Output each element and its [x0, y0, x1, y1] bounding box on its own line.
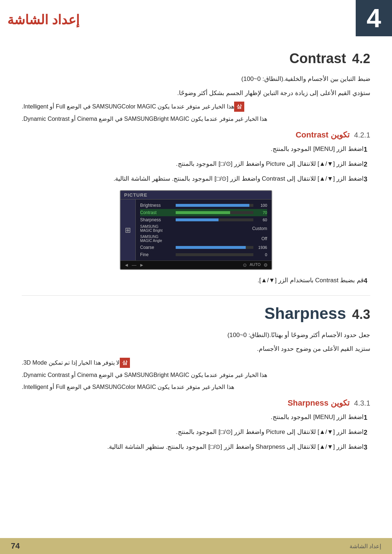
nav-icon-menu: ⚙	[264, 262, 268, 268]
contrast-step4-text: قم بضبط Contrast باستخدام الزر [▼/▲].	[22, 275, 364, 286]
sharpness-sub-heading: 4.3.1 تكوين Sharpness	[22, 398, 370, 408]
menu-row-brightness: Brightness 100	[140, 202, 267, 209]
contrast-bullet-list: 삼 هذا الخيار غير متوفر عندما يكون SAMSUN…	[22, 102, 370, 124]
sharpness-bullet-list: 삼 لا يتوفر هذا الخيار إذا تم تمكين 3D Mo…	[22, 358, 370, 392]
menu-row-coarse: Coarse 1936	[140, 244, 267, 251]
contrast-section-title: Contrast	[289, 51, 346, 66]
sharpness-section-title: Sharpness	[265, 304, 346, 322]
chapter-number-box: 4	[356, 0, 392, 36]
samsung-icon-2: 삼	[120, 358, 130, 368]
sharpness-bullet-item-1: 삼 لا يتوفر هذا الخيار إذا تم تمكين 3D Mo…	[22, 358, 370, 368]
chapter-title-ar: إعداد الشاشة	[7, 12, 79, 28]
monitor-action-icons: ⊙ AUTO ⚙	[243, 262, 268, 268]
sharpness-bullet-item-2: هذا الخيار غير متوفر عندما يكون SAMSUNGB…	[22, 370, 370, 380]
menu-row-magic-bright: SAMSUNGMAGIC Bright Custom	[140, 223, 267, 234]
contrast-bullet-text-2: هذا الخيار غير متوفر عندما يكون SAMSUNGB…	[22, 114, 267, 124]
sharpness-step-1: 1 اضغط الزر [MENU] الموجود بالمنتج.	[22, 412, 370, 423]
nav-icon-left: ◄	[124, 262, 129, 268]
main-content: 4.2 Contrast ضبط التباين بين الأجسام وال…	[0, 40, 392, 471]
menu-row-fine: Fine 0	[140, 251, 267, 258]
sharpness-sub-title: تكوين Sharpness	[287, 398, 350, 407]
nav-icon-minus: —	[132, 262, 136, 268]
page-footer: إعداد الشاشة 74	[0, 538, 392, 554]
nav-icon-right: ►	[139, 262, 144, 268]
monitor-bottom-bar: ◄ — ► ⊙ AUTO ⚙	[121, 260, 271, 269]
sharpness-sub-num: 4.3.1	[354, 399, 370, 407]
nav-icon-confirm: ⊙	[243, 262, 247, 268]
contrast-section-heading: 4.2 Contrast	[22, 51, 370, 66]
sharpness-step1-text: اضغط الزر [MENU] الموجود بالمنتج.	[22, 412, 364, 423]
contrast-bullet-text-1: هذا الخيار غير متوفر عندما يكون SAMSUNGC…	[22, 102, 234, 111]
contrast-step2-text: اضغط الزر [▼/▲] للانتقال إلى Picture واض…	[22, 159, 364, 169]
contrast-step-1: 1 اضغط الزر [MENU] الموجود بالمنتج.	[22, 144, 370, 155]
menu-row-sharpness: Sharpness 60	[140, 216, 267, 223]
samsung-icon-1: 삼	[234, 102, 244, 112]
nav-icon-auto: AUTO	[250, 262, 261, 268]
contrast-note1: ستؤدي القيم الأعلى إلى زيادة درجة التباي…	[22, 88, 370, 99]
contrast-sub-heading: 4.2.1 تكوين Contrast	[22, 130, 370, 140]
sharpness-section-num: 4.3	[352, 307, 370, 322]
monitor-screenshot: PICTURE ⊞ Brightness 100 Contrast	[120, 190, 272, 270]
contrast-section-num: 4.2	[352, 51, 370, 66]
sharpness-step2-text: اضغط الزر [▼/▲] للانتقال إلى Picture واض…	[22, 427, 364, 438]
chapter-num: 4	[367, 3, 381, 33]
contrast-sub-title: تكوين Contrast	[295, 130, 350, 139]
sharpness-bullet-text-1: لا يتوفر هذا الخيار إذا تم تمكين 3D Mode…	[22, 358, 120, 368]
sharpness-step3-text: اضغط الزر [▼/▲] للانتقال إلى Sharpness و…	[22, 442, 364, 452]
contrast-bullet-item-2: هذا الخيار غير متوفر عندما يكون SAMSUNGB…	[22, 114, 370, 124]
monitor-icon: ⊞	[125, 226, 131, 234]
monitor-menu-header: PICTURE	[121, 191, 271, 200]
page-header: إعداد الشاشة 4	[0, 0, 392, 40]
contrast-step-2: 2 اضغط الزر [▼/▲] للانتقال إلى Picture و…	[22, 159, 370, 170]
contrast-sub-num: 4.2.1	[354, 131, 370, 139]
monitor-body: ⊞ Brightness 100 Contrast 70	[121, 200, 271, 260]
sharpness-section-heading: 4.3 Sharpness	[22, 304, 370, 323]
sharpness-range-note: جعل حدود الأجسام أكثر وضوحًا أو بهتانًا.…	[22, 330, 370, 341]
monitor-menu: Brightness 100 Contrast 70 Sharpness	[136, 200, 271, 260]
monitor-left-bar: ⊞	[121, 200, 136, 260]
contrast-step-3: 3 اضغط الزر [▼/▲] للانتقال إلى Contrast …	[22, 174, 370, 185]
footer-page-num: 74	[11, 541, 20, 551]
contrast-range-note: ضبط التباين بين الأجسام والخلفية.(النطاق…	[22, 74, 370, 85]
sharpness-step-2: 2 اضغط الزر [▼/▲] للانتقال إلى Picture و…	[22, 427, 370, 438]
sharpness-step-3: 3 اضغط الزر [▼/▲] للانتقال إلى Sharpness…	[22, 442, 370, 453]
contrast-bullet-item-1: 삼 هذا الخيار غير متوفر عندما يكون SAMSUN…	[22, 102, 370, 112]
monitor-nav-icons: ◄ — ►	[124, 262, 144, 268]
sharpness-bullet-text-2: هذا الخيار غير متوفر عندما يكون SAMSUNGB…	[22, 370, 267, 380]
menu-row-contrast: Contrast 70	[140, 209, 267, 216]
menu-row-magic-angle: SAMSUNGMAGIC Angle Off	[140, 234, 267, 244]
sharpness-bullet-text-3: هذا الخيار غير متوفر عندما يكون SAMSUNGC…	[22, 382, 234, 392]
sharpness-note1: ستزيد القيم الأعلى من وضوح حدود الأجسام.	[22, 344, 370, 355]
section-divider	[22, 295, 370, 296]
sharpness-bullet-item-3: هذا الخيار غير متوفر عندما يكون SAMSUNGC…	[22, 382, 370, 392]
contrast-step1-text: اضغط الزر [MENU] الموجود بالمنتج.	[22, 144, 364, 155]
footer-chapter-label: إعداد الشاشة	[350, 543, 381, 550]
contrast-step-4: 4 قم بضبط Contrast باستخدام الزر [▼/▲].	[22, 275, 370, 287]
contrast-step3-text: اضغط الزر [▼/▲] للانتقال إلى Contrast وا…	[22, 174, 364, 184]
